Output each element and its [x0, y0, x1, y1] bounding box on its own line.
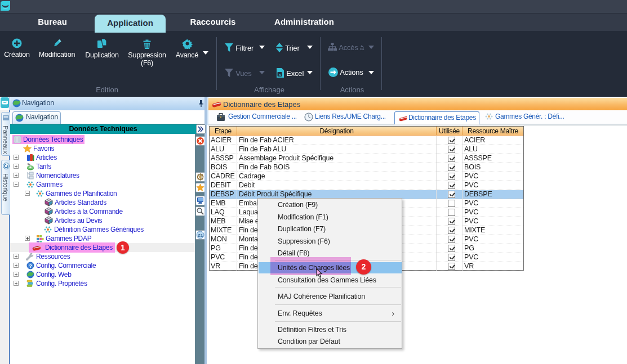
svg-text:?: ? [29, 263, 32, 269]
svg-text:Z1: Z1 [198, 233, 203, 238]
